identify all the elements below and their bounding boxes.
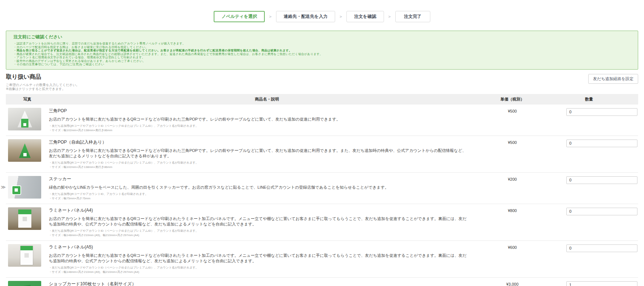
quantity-input[interactable] <box>566 244 637 252</box>
pre-order-notice-box: 注文前にご確認ください ・認証済アカウントをお持ちの方に限り、店頭での友だち追加… <box>6 31 638 70</box>
table-header-row: 写真 商品名・説明 単価（税別） 数量 <box>6 94 638 105</box>
product-note: ・サイズ：幅75mm×高さ75mm <box>49 196 485 201</box>
stepper-step-4[interactable]: 注文完了 <box>395 11 430 22</box>
quantity-cell <box>540 281 638 286</box>
product-description: お店のアカウントを簡単に友だち追加できるQRコードなどが印刷された三角POPです… <box>49 117 468 122</box>
notice-item: ・商品が破棄された場合でも、注文確認画面に表示された商品代金などの総額は請求させ… <box>13 52 631 56</box>
name-description-cell: ステッカー 緑色の鮮やかなLINEカラーをベースにした、周囲の目を引くステッカー… <box>49 176 485 201</box>
product-note: ・友だち追加用QRコードやアカウントID、アカウント名が印刷されます。 <box>49 192 485 196</box>
header-quantity: 数量 <box>540 97 638 102</box>
carousel-arrow-icon: ≫ <box>1 184 6 190</box>
product-row: 三角POP お店のアカウントを簡単に友だち追加できるQRコードなどが印刷された三… <box>6 105 638 136</box>
product-name: 三角POP（自由記入枠あり） <box>49 139 485 145</box>
notice-item: ・販売中の商品のデザインは予告なく変更される場合があります。あらかじめご了承くだ… <box>13 59 631 63</box>
photo-cell: ≫ <box>6 176 49 199</box>
product-rows: 三角POP お店のアカウントを簡単に友だち追加できるQRコードなどが印刷された三… <box>6 105 638 286</box>
stepper-step-2[interactable]: 連絡先・配送先を入力 <box>276 11 335 22</box>
photo-green-sign <box>20 246 33 250</box>
unit-price: ¥500 <box>485 139 540 145</box>
product-note: ・サイズ：幅148mm×高さ210mm (A5)、幅210mm×高さ297mm … <box>49 233 485 238</box>
stepper-step-1[interactable]: ノベルティを選択 <box>214 11 265 22</box>
product-note: ・サイズ：幅148mm×高さ210mm (A5)、幅210mm×高さ297mm … <box>49 270 485 274</box>
name-description-cell: 三角POP（自由記入枠あり） お店のアカウントを簡単に友だち追加できるQRコード… <box>49 139 485 169</box>
product-row: 三角POP（自由記入枠あり） お店のアカウントを簡単に友だち追加できるQRコード… <box>6 136 638 173</box>
product-description: 緑色の鮮やかなLINEカラーをベースにした、周囲の目を引くステッカーです。お店の… <box>49 185 468 190</box>
photo-cell <box>6 244 49 267</box>
order-stepper: ノベルティを選択 ＞ 連絡先・配送先を入力 ＞ 注文を確認 ＞ 注文完了 <box>0 0 644 22</box>
photo-qr-patch <box>15 188 18 192</box>
unit-price: ¥200 <box>485 176 540 181</box>
product-photo[interactable] <box>8 139 41 162</box>
quantity-input[interactable] <box>566 108 637 116</box>
product-name: ラミネートパネル(A4) <box>49 207 485 213</box>
product-description: お店のアカウントを簡単に友だち追加できるQRコードなどが印刷されたラミネート加工… <box>49 253 468 264</box>
product-photo[interactable] <box>8 281 41 286</box>
chevron-right-icon: ＞ <box>268 14 272 19</box>
photo-cell <box>6 207 49 230</box>
product-note: ・友だち追加用QRコードやアカウントID（ベーシックIDまたはプレミアムID）、… <box>49 124 485 128</box>
product-name: ステッカー <box>49 176 485 182</box>
novelty-order-page: ノベルティを選択 ＞ 連絡先・配送先を入力 ＞ 注文を確認 ＞ 注文完了 注文前… <box>0 0 644 286</box>
name-description-cell: ラミネートパネル(A4) お店のアカウントを簡単に友だち追加できるQRコードなど… <box>49 207 485 238</box>
quantity-cell <box>540 107 638 116</box>
header-name-description: 商品名・説明 <box>49 97 485 102</box>
section-subtitle-1: ご希望のノベルティの数量を入力してください。 <box>6 83 79 87</box>
header-unit-price: 単価（税別） <box>485 97 540 102</box>
product-photo[interactable] <box>8 108 41 130</box>
notice-item: ・アカウント名に環境依存文字が含まれている場合、環境依存文字は空白として印刷され… <box>13 56 631 59</box>
product-note: ・サイズ：幅102mm×高さ138mm×奥行き86mm <box>49 128 485 133</box>
photo-cell <box>6 139 49 162</box>
product-note: ・友だち追加用QRコードやアカウントID（ベーシックIDまたはプレミアムID）、… <box>49 266 485 270</box>
product-description: お店のアカウントを簡単に友だち追加できるQRコードなどが印刷された三角POPです… <box>49 148 468 159</box>
notice-item: ・商品を受け取ることができず返送された場合は、配送業者が指定する方法で再配達を依… <box>13 49 631 52</box>
friend-add-route-settings-button[interactable]: 友だち追加経路を設定 <box>588 74 638 84</box>
product-row: ≫ ステッカー 緑色の鮮やかなLINEカラーをベースにした、周囲の目を引くステッ… <box>6 173 638 204</box>
product-notes: ・友だち追加用QRコードやアカウントID（ベーシックIDまたはプレミアムID）、… <box>49 161 485 169</box>
photo-qr-patch <box>24 253 29 258</box>
product-row: ショップカード100枚セット（名刺サイズ） お店のアカウントを簡単に友だち追加で… <box>6 278 638 286</box>
notice-item: ・次のページで配送日時を指定する際は、お客さまが確実に受け取れる日時を指定してく… <box>13 46 631 49</box>
quantity-input[interactable] <box>566 281 637 286</box>
section-header-left: 取り扱い商品 ご希望のノベルティの数量を入力してください。 ※画像はクリックする… <box>6 73 79 91</box>
product-name: ショップカード100枚セット（名刺サイズ） <box>49 281 485 286</box>
product-name: 三角POP <box>49 108 485 114</box>
product-note: ・サイズ：幅102mm×高さ138mm×奥行き86mm <box>49 165 485 169</box>
name-description-cell: 三角POP お店のアカウントを簡単に友だち追加できるQRコードなどが印刷された三… <box>49 107 485 133</box>
photo-green-sign <box>18 209 31 214</box>
product-notes: ・友だち追加用QRコードやアカウントID（ベーシックIDまたはプレミアムID）、… <box>49 124 485 133</box>
product-row: ラミネートパネル(A4) お店のアカウントを簡単に友だち追加できるQRコードなど… <box>6 204 638 241</box>
notice-list: ・認証済アカウントをお持ちの方に限り、店頭での友だち追加を促進するためのアカウン… <box>13 42 631 66</box>
quantity-cell <box>540 207 638 215</box>
quantity-cell <box>540 244 638 252</box>
product-table: 写真 商品名・説明 単価（税別） 数量 三角POP お店のアカウントを簡単に友だ… <box>6 94 638 286</box>
photo-qr-patch <box>23 123 26 126</box>
product-notes: ・友だち追加用QRコードやアカウントID（ベーシックIDまたはプレミアムID）、… <box>49 229 485 238</box>
photo-qr-patch <box>23 217 27 221</box>
product-photo[interactable] <box>8 176 41 199</box>
quantity-cell <box>540 176 638 184</box>
product-photo[interactable] <box>8 244 41 267</box>
product-note: ・友だち追加用QRコードやアカウントID（ベーシックIDまたはプレミアムID）、… <box>49 229 485 233</box>
name-description-cell: ショップカード100枚セット（名刺サイズ） お店のアカウントを簡単に友だち追加で… <box>49 281 485 286</box>
photo-object <box>15 285 32 286</box>
notice-item: ・その他の注意事項については、下記の[ご注意]をご確認ください <box>13 63 631 66</box>
header-photo: 写真 <box>6 97 49 102</box>
section-header: 取り扱い商品 ご希望のノベルティの数量を入力してください。 ※画像はクリックする… <box>6 73 638 91</box>
product-photo[interactable] <box>8 207 41 230</box>
stepper-step-3[interactable]: 注文を確認 <box>346 11 384 22</box>
product-note: ・友だち追加用QRコードやアカウントID（ベーシックIDまたはプレミアムID）、… <box>49 161 485 165</box>
unit-price: ¥3,000 <box>485 281 540 286</box>
quantity-input[interactable] <box>566 208 637 215</box>
photo-cell <box>6 107 49 130</box>
product-notes: ・友だち追加用QRコードやアカウントID（ベーシックIDまたはプレミアムID）、… <box>49 266 485 274</box>
chevron-right-icon: ＞ <box>388 14 392 19</box>
notice-item: ・認証済アカウントをお持ちの方に限り、店頭での友だち追加を促進するためのアカウン… <box>13 42 631 46</box>
product-description: お店のアカウントを簡単に友だち追加できるQRコードなどが印刷されたラミネート加工… <box>49 216 468 227</box>
notice-title: 注文前にご確認ください <box>13 34 631 40</box>
photo-qr-patch <box>23 153 27 156</box>
product-notes: ・友だち追加用QRコードやアカウントID、アカウント名が印刷されます。 ・サイズ… <box>49 192 485 201</box>
name-description-cell: ラミネートパネル(A5) お店のアカウントを簡単に友だち追加できるQRコードなど… <box>49 244 485 274</box>
quantity-input[interactable] <box>566 176 637 184</box>
section-subtitle-2: ※画像はクリックすると拡大できます。 <box>6 87 79 91</box>
quantity-input[interactable] <box>566 140 637 147</box>
